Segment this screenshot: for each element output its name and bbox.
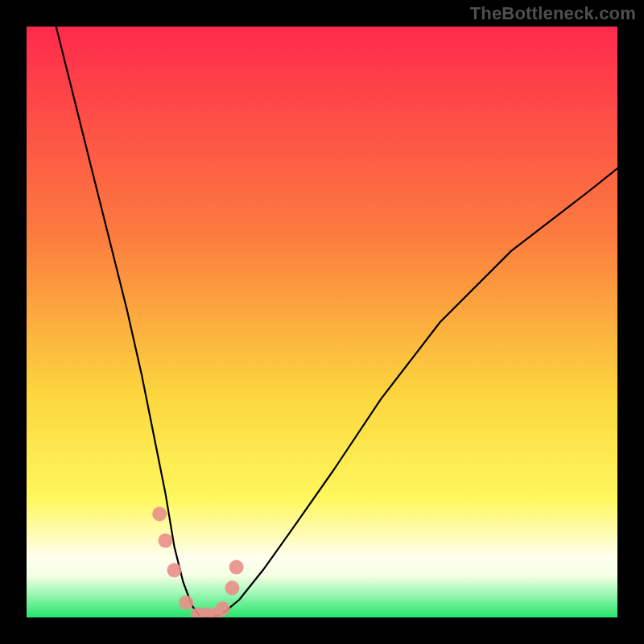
curve-marker — [216, 601, 230, 616]
curve-marker — [159, 534, 173, 548]
curve-marker — [225, 580, 239, 595]
gradient-background — [27, 27, 617, 617]
chart-svg — [27, 27, 617, 617]
curve-marker — [229, 560, 244, 575]
watermark-text: TheBottleneck.com — [470, 3, 636, 24]
curve-marker — [167, 563, 182, 577]
curve-marker — [152, 507, 167, 522]
chart-plot-area — [27, 27, 617, 617]
curve-marker — [179, 596, 193, 610]
figure-root: TheBottleneck.com — [0, 0, 644, 644]
